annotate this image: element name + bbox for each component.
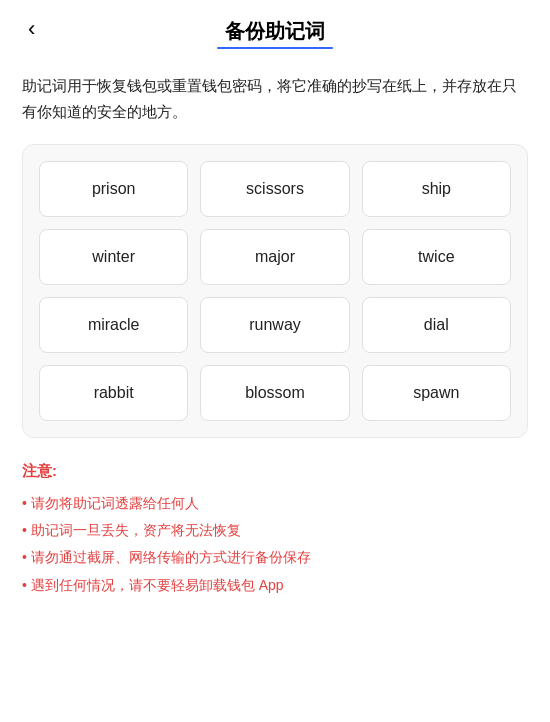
mnemonic-word-2: scissors xyxy=(200,161,349,217)
header: ‹ 备份助记词 xyxy=(0,0,550,57)
mnemonic-word-7: miracle xyxy=(39,297,188,353)
mnemonic-word-3: ship xyxy=(362,161,511,217)
mnemonic-word-8: runway xyxy=(200,297,349,353)
notice-item-2: 助记词一旦丢失，资产将无法恢复 xyxy=(22,518,528,543)
notice-item-3: 请勿通过截屏、网络传输的方式进行备份保存 xyxy=(22,545,528,570)
description-text: 助记词用于恢复钱包或重置钱包密码，将它准确的抄写在纸上，并存放在只有你知道的安全… xyxy=(0,57,550,144)
mnemonic-word-4: winter xyxy=(39,229,188,285)
notice-list: 请勿将助记词透露给任何人助记词一旦丢失，资产将无法恢复请勿通过截屏、网络传输的方… xyxy=(22,491,528,598)
notice-section: 注意: 请勿将助记词透露给任何人助记词一旦丢失，资产将无法恢复请勿通过截屏、网络… xyxy=(0,438,550,620)
notice-item-1: 请勿将助记词透露给任何人 xyxy=(22,491,528,516)
page-title: 备份助记词 xyxy=(225,18,325,45)
notice-item-4: 遇到任何情况，请不要轻易卸载钱包 App xyxy=(22,573,528,598)
mnemonic-word-1: prison xyxy=(39,161,188,217)
mnemonic-word-10: rabbit xyxy=(39,365,188,421)
mnemonic-word-9: dial xyxy=(362,297,511,353)
mnemonic-word-12: spawn xyxy=(362,365,511,421)
notice-title: 注意: xyxy=(22,462,528,481)
mnemonic-word-5: major xyxy=(200,229,349,285)
mnemonic-grid: prisonscissorsshipwintermajortwicemiracl… xyxy=(39,161,511,421)
back-button[interactable]: ‹ xyxy=(20,12,43,46)
mnemonic-word-6: twice xyxy=(362,229,511,285)
mnemonic-grid-container: prisonscissorsshipwintermajortwicemiracl… xyxy=(22,144,528,438)
mnemonic-word-11: blossom xyxy=(200,365,349,421)
